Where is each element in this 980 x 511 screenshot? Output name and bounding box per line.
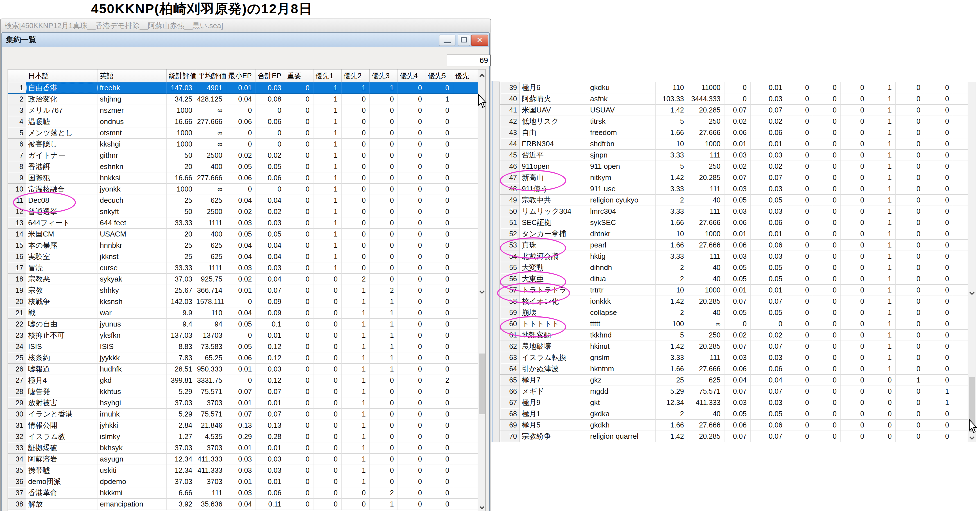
column-header[interactable]: 優先1 [313, 70, 342, 83]
table-row[interactable]: 6被害隠しkkshgi1000∞00010000 [8, 138, 485, 150]
table-row[interactable]: 57トラトラトラtrtrtr1010000.010.01000100 [500, 285, 968, 296]
table-row[interactable]: 67極月9gkt12.34411.3330.030.03000001 [500, 397, 968, 408]
table-row[interactable]: 50リムリック304lmrc3043.331110.030.03000100 [500, 206, 968, 217]
table-row[interactable]: 35携帯嘘uskiti12.34411.3330.030.03001000 [8, 465, 485, 476]
table-row[interactable]: 68極月1gkdka2400.050.05000000 [500, 408, 968, 420]
table-row[interactable]: 63イスラム転換grislm3.331110.030.03000100 [500, 352, 968, 363]
table-row[interactable]: 4温暖嘘ondnus16.66277.6660.060.06010000 [8, 116, 485, 127]
table-row[interactable]: 26嘘報道hudhfk28.51950.3330.010.03001100 [8, 364, 485, 375]
table-row[interactable]: 55大変動dihndh2400.050.05000100 [500, 262, 968, 273]
table-row[interactable]: 25核条約jyykkk7.8365.250.060.12001100 [8, 352, 485, 364]
maximize-button[interactable] [458, 35, 470, 46]
table-row[interactable]: 42低地リスクtitrsk52500.020.02000100 [500, 116, 968, 127]
table-row[interactable]: 22嘘の自由jyunus9.4940.050.1001100 [8, 318, 485, 330]
minimize-button[interactable] [439, 35, 455, 46]
table-row[interactable]: 49宗教中共religion cyukyo2400.050.05000100 [500, 194, 968, 206]
table-row[interactable]: 58核イオン化ionkkk1.4220.2850.070.07000100 [500, 296, 968, 307]
table-row[interactable]: 38解放emancipation3.9235.6360.040.11000100 [8, 498, 485, 510]
table-row[interactable]: 7ガイトナーgithnr5025000.020.02010000 [8, 150, 485, 161]
cell-value-partial [453, 138, 478, 150]
table-row[interactable]: 11Dec08decuch256250.040.04010000 [8, 195, 485, 206]
table-row[interactable]: 33証拠爆破bkhsyk37.0337030.010.01001000 [8, 443, 485, 454]
column-header[interactable]: 最小EP [226, 70, 256, 83]
table-row[interactable]: 39極月6gkdku1101100000.01000100 [500, 82, 968, 93]
record-count-field[interactable]: 69 [447, 54, 490, 66]
close-button[interactable]: ✕ [471, 35, 488, 46]
table-row[interactable]: 17冒涜curse33.3311110.030.03010000 [8, 263, 485, 274]
table-row[interactable]: 34阿蘇溶岩asyugn12.34411.3330.030.03001000 [8, 454, 485, 465]
table-row[interactable]: 48911使う911 use3.331110.030.03000100 [500, 183, 968, 194]
table-row[interactable]: 60トトトトトttttt100∞00000100 [500, 318, 968, 330]
column-header[interactable]: 重要 [285, 70, 313, 83]
right-table-scrollbar[interactable] [967, 82, 976, 442]
column-header[interactable]: 優先2 [342, 70, 370, 83]
table-row[interactable]: 12普通選挙snkyft5025000.020.02010000 [8, 206, 485, 217]
table-row[interactable]: 15本の暴露hnnbkr256250.040.04010000 [8, 240, 485, 251]
column-header[interactable]: 合計EP [256, 70, 285, 83]
table-row[interactable]: 13644フィート644 feet33.3311110.030.03010000 [8, 217, 485, 229]
table-row[interactable]: 2政治変化shjhng34.25428.1250.040.08010001 [8, 94, 485, 105]
table-row[interactable]: 23核抑止不可yksfkn137.031370300.01001100 [8, 330, 485, 341]
column-header[interactable]: 優先5 [426, 70, 453, 83]
table-row[interactable]: 16実験室jkknst256250.040.04010000 [8, 251, 485, 263]
column-header[interactable]: 統計評価 [167, 70, 196, 83]
table-row[interactable]: 5メンツ落としotsmnt1000∞00010000 [8, 127, 485, 138]
table-row[interactable]: 64引かぬ津波hkntnm1.6627.6660.060.06000100 [500, 363, 968, 375]
table-row[interactable]: 61地殻変動tkkhnd52500.020.02000100 [500, 330, 968, 341]
table-row[interactable]: 8香港餌eshnkn204000.050.05010000 [8, 161, 485, 172]
column-header[interactable]: 優先4 [398, 70, 426, 83]
table-row[interactable]: 41米国UAVUSUAV1.4220.2850.070.07000100 [500, 105, 968, 116]
search-window-titlebar[interactable]: 検索[450KKNP12月1真珠__香港デモ排除__阿蘇山赤熱__黒い.sea] [0, 19, 490, 32]
aggregate-window-titlebar[interactable]: 集約一覧 [2, 33, 489, 47]
cell-english: curse [98, 263, 167, 274]
column-header[interactable]: 平均評価 [196, 70, 226, 83]
column-header[interactable]: 優先3 [370, 70, 398, 83]
table-row[interactable]: 46911open911 open52500.020.02000100 [500, 161, 968, 172]
table-row[interactable]: 36demo団派dpdemo37.0337030.010.01001000 [8, 476, 485, 487]
table-row[interactable]: 20核戦争kksnsh142.031578.11100.09001100 [8, 296, 485, 307]
table-row[interactable]: 32イスラム教islmky1.274.5350.290.28001000 [8, 431, 485, 443]
column-header[interactable]: 英語 [98, 70, 167, 83]
table-row[interactable]: 53真珠pearl1.6627.6660.060.06000100 [500, 240, 968, 251]
table-row[interactable]: 21戦war9.91100.040.09001100 [8, 307, 485, 318]
table-row[interactable]: 43自由freedom1.6627.6660.060.06000100 [500, 127, 968, 138]
table-row[interactable]: 30イランと香港irnuhk5.2975.5710.070.07001000 [8, 409, 485, 420]
column-header[interactable]: 優先 [453, 70, 478, 83]
table-row[interactable]: 28嘘告発kkhtus5.2975.5710.070.07001000 [8, 386, 485, 397]
table-row[interactable]: 24ISISISIS8.8373.5830.050.12001100 [8, 341, 485, 352]
column-header[interactable]: 日本語 [26, 70, 98, 83]
scroll-down-button[interactable] [478, 288, 485, 296]
scroll-up-button[interactable] [478, 71, 485, 80]
table-row[interactable]: 52タンカー拿捕dhtnkr1010000.010.01000100 [500, 228, 968, 240]
table-row[interactable]: 69極月5gkdkh1.6627.6660.060.06000000 [500, 420, 968, 431]
scroll-down-button[interactable] [968, 434, 976, 442]
scrollbar-thumb[interactable] [479, 353, 485, 414]
table-row[interactable]: 47新高山nitkym1.4220.2850.070.07000100 [500, 172, 968, 183]
table-row[interactable]: 9国際犯hnkksi16.66277.6660.060.06010000 [8, 172, 485, 184]
table-row[interactable]: 31情報公開jyhkki2.8421.8460.130.13001000 [8, 420, 485, 431]
table-row[interactable]: 1自由香港freehk147.0349010.010.03011100 [8, 83, 485, 94]
table-row[interactable]: 27極月4gkd399.813331.7500.12001002 [8, 375, 485, 386]
table-row[interactable]: 66メギドmgdd5.2975.5710.070.07000001 [500, 386, 968, 397]
table-row[interactable]: 54北戴河会議hktig3.331110.030.03000100 [500, 251, 968, 262]
table-row[interactable]: 45習近平sjnpn3.331110.030.03000100 [500, 150, 968, 161]
table-row[interactable]: 10常温核融合jyonkk1000∞00010000 [8, 184, 485, 195]
table-row[interactable]: 70宗教紛争religion quarrel1.4220.2850.070.07… [500, 431, 968, 442]
table-row[interactable]: 19宗教shhky25.67366.7140.010.07001200 [8, 285, 485, 296]
table-row[interactable]: 18宗教悪sykyak37.03925.750.020.04002000 [8, 274, 485, 285]
scrollbar-thumb[interactable] [969, 377, 975, 432]
scroll-down-button[interactable] [968, 289, 976, 297]
table-row[interactable]: 44FRBN304shdfrbn1010000.010.01000100 [500, 138, 968, 150]
table-row[interactable]: 56大東亜ditua2400.050.05000100 [500, 273, 968, 285]
table-row[interactable]: 3メリル767nszmer1000∞00010000 [8, 105, 485, 116]
table-row[interactable]: 65極月7gkz256250.040.04000010 [500, 375, 968, 386]
table-row[interactable]: 59崩壊collapse2400.050.05000100 [500, 307, 968, 318]
left-table-scrollbar[interactable] [477, 70, 485, 511]
table-row[interactable]: 14米国CMUSACM204000.050.05010000 [8, 229, 485, 240]
table-row[interactable]: 37香港革命hkkkmi6.661110.030.06000200 [8, 487, 485, 498]
table-row[interactable]: 29放射被害hsyhgi37.0337030.010.01001000 [8, 397, 485, 409]
scroll-down-button[interactable] [478, 503, 485, 511]
table-row[interactable]: 40阿蘇噴火asfnk103.333444.33300.03000100 [500, 93, 968, 105]
table-row[interactable]: 51SEC証拠sykSEC1.6627.6660.060.06000100 [500, 217, 968, 228]
table-row[interactable]: 62農地破壊hkinut1.4220.2850.070.07000100 [500, 341, 968, 352]
